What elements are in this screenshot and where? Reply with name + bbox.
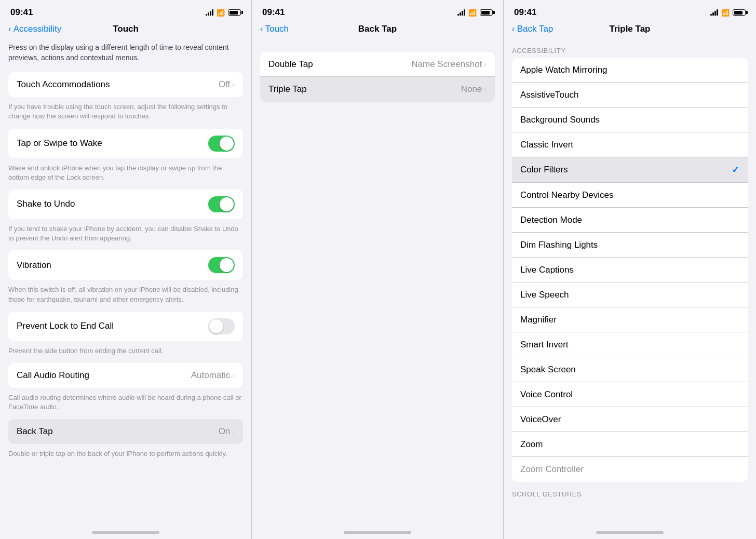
battery-icon-2 (480, 9, 493, 16)
double-tap-row[interactable]: Double Tap Name Screenshot › (260, 52, 495, 77)
scroll-content-1[interactable]: Press on the display using a different l… (0, 38, 251, 527)
prevent-lock-group: Prevent Lock to End Call (8, 312, 243, 341)
acc-row-dim-flashing[interactable]: Dim Flashing Lights (512, 233, 748, 258)
acc-label-voice-control: Voice Control (520, 389, 573, 400)
call-audio-group: Call Audio Routing Automatic › (8, 363, 243, 388)
shake-undo-toggle[interactable] (208, 196, 235, 212)
chevron-right-dt: › (484, 60, 487, 69)
vibration-toggle[interactable] (208, 257, 235, 273)
acc-label-live-speech: Live Speech (520, 290, 569, 300)
touch-accommodations-row[interactable]: Touch Accommodations Off › (8, 72, 243, 97)
acc-label-smart-invert: Smart Invert (520, 340, 569, 350)
acc-label-zoom-controller: Zoom Controller (520, 464, 584, 475)
vibration-row[interactable]: Vibration (8, 250, 243, 280)
acc-label-color-filters: Color Filters (520, 165, 568, 175)
tap-swipe-group: Tap or Swipe to Wake (8, 129, 243, 158)
acc-row-magnifier[interactable]: Magnifier (512, 307, 748, 332)
acc-row-apple-watch[interactable]: Apple Watch Mirroring (512, 58, 748, 83)
acc-label-voiceover: VoiceOver (520, 414, 561, 425)
prevent-lock-toggle[interactable] (208, 318, 235, 334)
double-tap-label: Double Tap (268, 59, 313, 70)
acc-row-color-filters[interactable]: Color Filters ✓ (512, 157, 748, 183)
shake-undo-knob (220, 197, 234, 211)
acc-row-assistive-touch[interactable]: AssistiveTouch (512, 83, 748, 107)
signal-icon-2 (457, 9, 465, 16)
touch-accommodations-group: Touch Accommodations Off › (8, 72, 243, 97)
acc-row-zoom-controller[interactable]: Zoom Controller (512, 457, 748, 482)
acc-row-smart-invert[interactable]: Smart Invert (512, 332, 748, 357)
acc-row-detection[interactable]: Detection Mode (512, 208, 748, 233)
battery-icon-1 (228, 9, 241, 16)
bar4 (212, 9, 213, 16)
signal-icon-1 (206, 9, 213, 16)
shake-undo-row[interactable]: Shake to Undo (8, 190, 243, 219)
tap-swipe-toggle[interactable] (208, 136, 235, 152)
double-tap-value-text: Name Screenshot (411, 59, 482, 70)
vibration-label: Vibration (17, 260, 51, 271)
acc-label-detection: Detection Mode (520, 215, 582, 225)
call-audio-row[interactable]: Call Audio Routing Automatic › (8, 363, 243, 388)
status-bar-1: 09:41 📶 (0, 0, 251, 22)
back-tap-row[interactable]: Back Tap On › (8, 419, 243, 444)
scroll-gestures-header: SCROLL GESTURES (504, 482, 756, 501)
touch-accommodations-desc: If you have trouble using the touch scre… (0, 100, 251, 125)
acc-label-speak-screen: Speak Screen (520, 365, 576, 375)
vibration-desc: When this switch is off, all vibration o… (0, 283, 251, 308)
shake-undo-label: Shake to Undo (17, 199, 75, 209)
time-3: 09:41 (514, 7, 536, 18)
triple-tap-row[interactable]: Triple Tap None › (260, 77, 495, 102)
acc-row-background-sounds[interactable]: Background Sounds (512, 107, 748, 132)
prevent-lock-row[interactable]: Prevent Lock to End Call (8, 312, 243, 341)
back-label-2[interactable]: Touch (265, 24, 289, 34)
status-icons-3: 📶 (710, 9, 746, 17)
back-label-1[interactable]: Accessibility (14, 24, 62, 34)
acc-label-classic: Classic Invert (520, 140, 573, 150)
acc-row-speak-screen[interactable]: Speak Screen (512, 357, 748, 382)
nav-bar-2: ‹ Touch Back Tap (252, 22, 503, 38)
tap-swipe-knob (220, 137, 234, 151)
triple-tap-label: Triple Tap (268, 84, 307, 95)
status-bar-3: 09:41 📶 (504, 0, 756, 22)
touch-accommodations-value: Off › (219, 79, 235, 90)
back-tap-value: On › (219, 426, 235, 437)
status-icons-1: 📶 (206, 9, 241, 17)
nav-bar-3: ‹ Back Tap Triple Tap (504, 22, 756, 38)
call-audio-value-text: Automatic (191, 370, 231, 381)
accessibility-section-header: ACCESSIBILITY (504, 38, 756, 58)
acc-row-voiceover[interactable]: VoiceOver (512, 407, 748, 432)
wifi-icon-1: 📶 (217, 9, 225, 17)
acc-row-control-nearby[interactable]: Control Nearby Devices (512, 183, 748, 208)
home-indicator-3 (596, 531, 664, 534)
tap-swipe-row[interactable]: Tap or Swipe to Wake (8, 129, 243, 158)
acc-label-apple-watch: Apple Watch Mirroring (520, 65, 608, 75)
signal-icon-3 (710, 9, 718, 16)
back-button-3[interactable]: ‹ Back Tap (512, 24, 553, 34)
back-button-1[interactable]: ‹ Accessibility (8, 24, 61, 34)
triple-tap-value: None › (461, 84, 487, 95)
chevron-right-icon-ta: › (232, 80, 235, 89)
scroll-content-2[interactable]: Double Tap Name Screenshot › Triple Tap … (252, 38, 503, 527)
accessibility-list: Apple Watch Mirroring AssistiveTouch Bac… (512, 58, 748, 482)
back-tap-group: Back Tap On › (8, 419, 243, 444)
acc-row-classic-invert[interactable]: Classic Invert (512, 132, 748, 157)
acc-label-bg-sounds: Background Sounds (520, 115, 600, 125)
back-button-2[interactable]: ‹ Touch (260, 24, 289, 34)
shake-undo-group: Shake to Undo (8, 190, 243, 219)
acc-row-live-captions[interactable]: Live Captions (512, 258, 748, 282)
touch-accommodations-value-text: Off (219, 79, 230, 90)
battery-fill-2 (481, 11, 490, 15)
prevent-lock-knob (209, 319, 223, 333)
chevron-left-icon-1: ‹ (8, 24, 11, 34)
call-audio-label: Call Audio Routing (17, 370, 89, 381)
nav-title-2: Back Tap (358, 24, 397, 34)
wifi-icon-3: 📶 (721, 9, 730, 17)
bar3 (210, 11, 211, 16)
acc-row-live-speech[interactable]: Live Speech (512, 282, 748, 307)
acc-row-voice-control[interactable]: Voice Control (512, 382, 748, 407)
chevron-right-icon-bt: › (232, 427, 235, 436)
triple-tap-content[interactable]: ACCESSIBILITY Apple Watch Mirroring Assi… (504, 38, 756, 527)
back-label-3[interactable]: Back Tap (517, 24, 554, 34)
panel-back-tap: 09:41 📶 ‹ Touch Back Tap Double Tap (252, 0, 504, 539)
acc-label-assistive: AssistiveTouch (520, 90, 578, 100)
acc-row-zoom[interactable]: Zoom (512, 432, 748, 457)
